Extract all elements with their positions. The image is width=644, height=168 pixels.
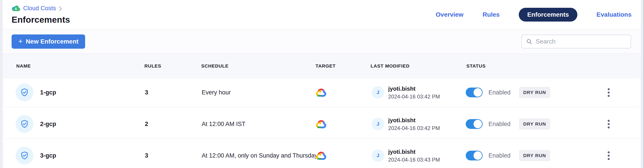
toggle-knob [474, 120, 482, 128]
target-cell [316, 88, 372, 97]
row-menu-button[interactable] [604, 86, 614, 99]
column-header-status: STATUS [466, 63, 641, 69]
search-input[interactable] [536, 38, 626, 45]
gcp-icon [316, 151, 326, 160]
cloud-costs-icon: $ [12, 5, 20, 12]
tab-enforcements[interactable]: Enforcements [519, 8, 577, 21]
row-menu-button[interactable] [604, 117, 614, 131]
page-header: $ Cloud Costs Enforcements Overview Rule… [3, 0, 641, 29]
new-enforcement-button[interactable]: + New Enforcement [12, 34, 85, 49]
enabled-toggle[interactable] [466, 119, 483, 129]
last-modified-cell: J jyoti.bisht 2024-04-16 03:42 PM [372, 117, 466, 131]
row-menu-button[interactable] [604, 149, 614, 162]
modified-by-user: jyoti.bisht [388, 85, 440, 92]
modified-timestamp: 2024-04-16 03:42 PM [388, 125, 440, 131]
table-row[interactable]: 1-gcp 3 Every hour J jyoti.bisht 2024-04… [3, 78, 640, 107]
modified-timestamp: 2024-04-16 03:42 PM [388, 93, 440, 100]
header-left: $ Cloud Costs Enforcements [12, 0, 70, 29]
status-cell: Enabled DRY RUN [466, 87, 592, 98]
enabled-toggle[interactable] [466, 151, 483, 161]
enforcement-name: 3-gcp [40, 152, 56, 159]
column-header-schedule: SCHEDULE [201, 63, 316, 69]
toggle-knob [474, 151, 482, 160]
search-box [522, 35, 631, 48]
plus-icon: + [18, 37, 23, 45]
column-header-name: NAME [16, 63, 144, 69]
enforcement-shield-icon [16, 147, 34, 165]
breadcrumb-link-cloud-costs[interactable]: Cloud Costs [23, 5, 56, 12]
dry-run-badge: DRY RUN [519, 118, 550, 130]
user-avatar: J [372, 149, 384, 162]
column-header-rules: RULES [144, 63, 201, 69]
new-enforcement-label: New Enforcement [26, 38, 79, 45]
enforcement-shield-icon [16, 84, 34, 101]
table-row[interactable]: 3-gcp 3 At 12:00 AM, only on Sunday and … [3, 141, 640, 168]
modified-by-user: jyoti.bisht [388, 117, 440, 124]
dry-run-badge: DRY RUN [519, 87, 550, 98]
column-header-target: TARGET [316, 63, 370, 69]
tab-rules[interactable]: Rules [483, 11, 500, 18]
toggle-state-label: Enabled [488, 89, 510, 96]
last-modified-cell: J jyoti.bisht 2024-04-16 03:43 PM [372, 149, 466, 163]
gcp-icon [316, 88, 326, 97]
user-avatar: J [372, 86, 384, 99]
enforcement-name: 1-gcp [40, 89, 56, 96]
rules-count: 3 [145, 152, 202, 159]
status-cell: Enabled DRY RUN [466, 150, 592, 161]
tab-overview[interactable]: Overview [436, 11, 464, 18]
chevron-right-icon [59, 6, 62, 11]
name-cell: 3-gcp [16, 147, 145, 165]
page-title: Enforcements [12, 15, 70, 25]
toolbar: + New Enforcement [3, 29, 641, 54]
column-header-last-modified: LAST MODIFIED [370, 63, 466, 69]
schedule-text: Every hour [202, 89, 316, 96]
modified-timestamp: 2024-04-16 03:43 PM [388, 157, 440, 163]
enforcement-shield-icon [16, 115, 34, 133]
name-cell: 2-gcp [16, 115, 145, 133]
status-cell: Enabled DRY RUN [466, 118, 592, 130]
modified-by-user: jyoti.bisht [388, 149, 440, 155]
svg-text:$: $ [15, 7, 17, 11]
target-cell [316, 120, 372, 128]
target-cell [316, 151, 372, 160]
enforcements-page: $ Cloud Costs Enforcements Overview Rule… [3, 0, 641, 168]
toggle-knob [474, 88, 482, 97]
dry-run-badge: DRY RUN [519, 150, 550, 161]
rules-count: 3 [145, 89, 202, 96]
toggle-state-label: Enabled [488, 152, 510, 159]
last-modified-cell: J jyoti.bisht 2024-04-16 03:42 PM [372, 85, 466, 100]
user-avatar: J [372, 118, 384, 130]
rules-count: 2 [145, 121, 202, 128]
tab-evaluations[interactable]: Evaluations [596, 11, 632, 18]
schedule-text: At 12:00 AM, only on Sunday and Thursday… [202, 152, 316, 159]
name-cell: 1-gcp [16, 84, 145, 101]
enforcement-name: 2-gcp [40, 121, 56, 128]
toggle-state-label: Enabled [488, 121, 510, 128]
breadcrumb: $ Cloud Costs [12, 5, 70, 12]
view-tabs: Overview Rules Enforcements Evaluations [436, 0, 632, 29]
gcp-icon [316, 120, 326, 128]
table-header-row: NAME RULES SCHEDULE TARGET LAST MODIFIED… [3, 54, 641, 78]
enforcements-list: 1-gcp 3 Every hour J jyoti.bisht 2024-04… [3, 78, 641, 168]
search-icon [526, 39, 532, 44]
schedule-text: At 12:00 AM IST [202, 121, 316, 128]
table-row[interactable]: 2-gcp 2 At 12:00 AM IST J jyoti.bisht 20… [3, 110, 640, 138]
enabled-toggle[interactable] [466, 87, 483, 97]
